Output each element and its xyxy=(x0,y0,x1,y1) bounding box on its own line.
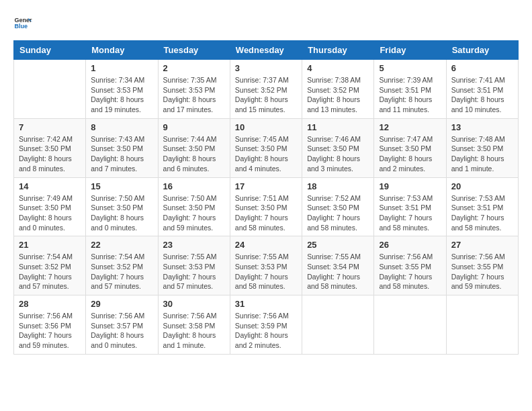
calendar-day-cell: 11Sunrise: 7:46 AM Sunset: 3:50 PM Dayli… xyxy=(302,118,374,177)
calendar-day-cell: 24Sunrise: 7:55 AM Sunset: 3:53 PM Dayli… xyxy=(230,236,302,295)
weekday-header-cell: Monday xyxy=(86,41,158,60)
calendar-day-cell: 9Sunrise: 7:44 AM Sunset: 3:50 PM Daylig… xyxy=(158,118,230,177)
day-info: Sunrise: 7:49 AM Sunset: 3:50 PM Dayligh… xyxy=(19,193,81,233)
calendar-day-cell: 4Sunrise: 7:38 AM Sunset: 3:52 PM Daylig… xyxy=(302,60,374,119)
day-number: 30 xyxy=(163,299,225,309)
day-number: 31 xyxy=(235,299,297,309)
calendar-day-cell: 15Sunrise: 7:50 AM Sunset: 3:50 PM Dayli… xyxy=(86,177,158,236)
calendar-day-cell: 8Sunrise: 7:43 AM Sunset: 3:50 PM Daylig… xyxy=(86,118,158,177)
calendar-day-cell: 27Sunrise: 7:56 AM Sunset: 3:55 PM Dayli… xyxy=(446,236,518,295)
day-number: 20 xyxy=(451,181,513,191)
day-info: Sunrise: 7:55 AM Sunset: 3:53 PM Dayligh… xyxy=(163,252,225,291)
day-info: Sunrise: 7:56 AM Sunset: 3:57 PM Dayligh… xyxy=(91,311,152,351)
day-number: 5 xyxy=(379,63,441,73)
day-info: Sunrise: 7:44 AM Sunset: 3:50 PM Dayligh… xyxy=(163,134,225,174)
day-info: Sunrise: 7:56 AM Sunset: 3:58 PM Dayligh… xyxy=(163,311,225,351)
day-number: 24 xyxy=(235,240,297,250)
weekday-header-cell: Tuesday xyxy=(158,41,230,60)
calendar-day-cell: 13Sunrise: 7:48 AM Sunset: 3:50 PM Dayli… xyxy=(446,118,518,177)
calendar-day-cell: 18Sunrise: 7:52 AM Sunset: 3:50 PM Dayli… xyxy=(302,177,374,236)
day-number: 19 xyxy=(379,181,441,191)
day-number: 11 xyxy=(307,122,369,132)
calendar-day-cell: 6Sunrise: 7:41 AM Sunset: 3:51 PM Daylig… xyxy=(446,60,518,119)
calendar-day-cell: 22Sunrise: 7:54 AM Sunset: 3:52 PM Dayli… xyxy=(86,236,158,295)
day-info: Sunrise: 7:37 AM Sunset: 3:52 PM Dayligh… xyxy=(235,75,297,115)
calendar-week-row: 7Sunrise: 7:42 AM Sunset: 3:50 PM Daylig… xyxy=(14,118,519,177)
calendar-day-cell: 30Sunrise: 7:56 AM Sunset: 3:58 PM Dayli… xyxy=(158,295,230,355)
day-info: Sunrise: 7:56 AM Sunset: 3:59 PM Dayligh… xyxy=(235,311,297,351)
calendar-body: 1Sunrise: 7:34 AM Sunset: 3:53 PM Daylig… xyxy=(14,60,519,355)
logo: General Blue xyxy=(13,13,35,32)
day-number: 15 xyxy=(91,181,152,191)
day-info: Sunrise: 7:42 AM Sunset: 3:50 PM Dayligh… xyxy=(19,134,81,174)
day-info: Sunrise: 7:38 AM Sunset: 3:52 PM Dayligh… xyxy=(307,75,369,115)
day-info: Sunrise: 7:56 AM Sunset: 3:56 PM Dayligh… xyxy=(19,311,81,351)
day-info: Sunrise: 7:55 AM Sunset: 3:54 PM Dayligh… xyxy=(307,252,369,291)
day-number: 3 xyxy=(235,63,297,73)
day-number: 27 xyxy=(451,240,513,250)
weekday-header-cell: Wednesday xyxy=(230,41,302,60)
day-number: 1 xyxy=(91,63,152,73)
day-number: 8 xyxy=(91,122,152,132)
day-number: 26 xyxy=(379,240,441,250)
svg-text:Blue: Blue xyxy=(14,23,28,30)
weekday-header-cell: Saturday xyxy=(446,41,518,60)
day-info: Sunrise: 7:45 AM Sunset: 3:50 PM Dayligh… xyxy=(235,134,297,174)
calendar-day-cell: 16Sunrise: 7:50 AM Sunset: 3:50 PM Dayli… xyxy=(158,177,230,236)
day-info: Sunrise: 7:34 AM Sunset: 3:53 PM Dayligh… xyxy=(91,75,152,115)
calendar-day-cell xyxy=(446,295,518,355)
day-number: 14 xyxy=(19,181,81,191)
calendar-day-cell: 2Sunrise: 7:35 AM Sunset: 3:53 PM Daylig… xyxy=(158,60,230,119)
day-info: Sunrise: 7:39 AM Sunset: 3:51 PM Dayligh… xyxy=(379,75,441,115)
day-info: Sunrise: 7:46 AM Sunset: 3:50 PM Dayligh… xyxy=(307,134,369,174)
day-info: Sunrise: 7:35 AM Sunset: 3:53 PM Dayligh… xyxy=(163,75,225,115)
day-number: 6 xyxy=(451,63,513,73)
day-number: 13 xyxy=(451,122,513,132)
day-info: Sunrise: 7:41 AM Sunset: 3:51 PM Dayligh… xyxy=(451,75,513,115)
day-number: 22 xyxy=(91,240,152,250)
day-number: 29 xyxy=(91,299,152,309)
day-info: Sunrise: 7:55 AM Sunset: 3:53 PM Dayligh… xyxy=(235,252,297,291)
calendar-week-row: 14Sunrise: 7:49 AM Sunset: 3:50 PM Dayli… xyxy=(14,177,519,236)
calendar-day-cell: 21Sunrise: 7:54 AM Sunset: 3:52 PM Dayli… xyxy=(14,236,86,295)
day-number: 21 xyxy=(19,240,81,250)
calendar-day-cell: 19Sunrise: 7:53 AM Sunset: 3:51 PM Dayli… xyxy=(374,177,446,236)
calendar-day-cell: 20Sunrise: 7:53 AM Sunset: 3:51 PM Dayli… xyxy=(446,177,518,236)
calendar-week-row: 1Sunrise: 7:34 AM Sunset: 3:53 PM Daylig… xyxy=(14,60,519,119)
day-number: 2 xyxy=(163,63,225,73)
day-number: 17 xyxy=(235,181,297,191)
day-number: 25 xyxy=(307,240,369,250)
day-info: Sunrise: 7:56 AM Sunset: 3:55 PM Dayligh… xyxy=(379,252,441,291)
calendar-day-cell: 29Sunrise: 7:56 AM Sunset: 3:57 PM Dayli… xyxy=(86,295,158,355)
day-info: Sunrise: 7:56 AM Sunset: 3:55 PM Dayligh… xyxy=(451,252,513,291)
day-info: Sunrise: 7:50 AM Sunset: 3:50 PM Dayligh… xyxy=(163,193,225,233)
weekday-header-cell: Friday xyxy=(374,41,446,60)
day-info: Sunrise: 7:51 AM Sunset: 3:50 PM Dayligh… xyxy=(235,193,297,233)
day-number: 10 xyxy=(235,122,297,132)
day-number: 23 xyxy=(163,240,225,250)
calendar-day-cell: 12Sunrise: 7:47 AM Sunset: 3:50 PM Dayli… xyxy=(374,118,446,177)
day-info: Sunrise: 7:53 AM Sunset: 3:51 PM Dayligh… xyxy=(379,193,441,233)
calendar-table: SundayMondayTuesdayWednesdayThursdayFrid… xyxy=(13,40,519,355)
weekday-header-cell: Sunday xyxy=(14,41,86,60)
day-info: Sunrise: 7:43 AM Sunset: 3:50 PM Dayligh… xyxy=(91,134,152,174)
weekday-header-cell: Thursday xyxy=(302,41,374,60)
calendar-week-row: 28Sunrise: 7:56 AM Sunset: 3:56 PM Dayli… xyxy=(14,295,519,355)
calendar-day-cell: 14Sunrise: 7:49 AM Sunset: 3:50 PM Dayli… xyxy=(14,177,86,236)
calendar-day-cell: 10Sunrise: 7:45 AM Sunset: 3:50 PM Dayli… xyxy=(230,118,302,177)
day-info: Sunrise: 7:47 AM Sunset: 3:50 PM Dayligh… xyxy=(379,134,441,174)
day-number: 12 xyxy=(379,122,441,132)
calendar-day-cell xyxy=(14,60,86,119)
calendar-day-cell: 23Sunrise: 7:55 AM Sunset: 3:53 PM Dayli… xyxy=(158,236,230,295)
logo-icon: General Blue xyxy=(13,13,32,32)
calendar-day-cell xyxy=(302,295,374,355)
day-info: Sunrise: 7:54 AM Sunset: 3:52 PM Dayligh… xyxy=(91,252,152,291)
day-info: Sunrise: 7:54 AM Sunset: 3:52 PM Dayligh… xyxy=(19,252,81,291)
calendar-day-cell: 5Sunrise: 7:39 AM Sunset: 3:51 PM Daylig… xyxy=(374,60,446,119)
calendar-day-cell: 7Sunrise: 7:42 AM Sunset: 3:50 PM Daylig… xyxy=(14,118,86,177)
calendar-day-cell: 1Sunrise: 7:34 AM Sunset: 3:53 PM Daylig… xyxy=(86,60,158,119)
day-number: 16 xyxy=(163,181,225,191)
calendar-day-cell: 28Sunrise: 7:56 AM Sunset: 3:56 PM Dayli… xyxy=(14,295,86,355)
calendar-day-cell: 3Sunrise: 7:37 AM Sunset: 3:52 PM Daylig… xyxy=(230,60,302,119)
day-number: 9 xyxy=(163,122,225,132)
